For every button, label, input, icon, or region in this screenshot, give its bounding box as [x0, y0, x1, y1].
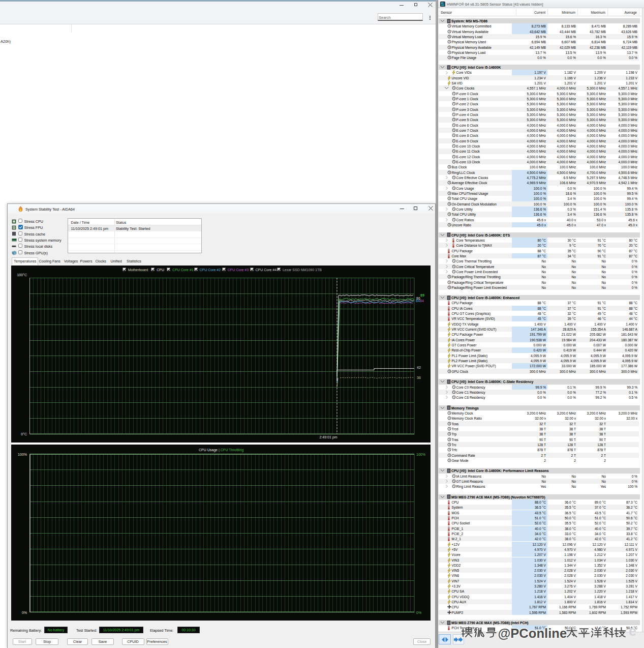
- svg-text:84: 84: [420, 299, 424, 303]
- svg-text:89: 89: [420, 293, 424, 297]
- svg-text:0°C: 0°C: [21, 432, 27, 436]
- svg-text:CPU Usage | CPU Throttling: CPU Usage | CPU Throttling: [199, 448, 244, 452]
- svg-text:100%: 100%: [416, 453, 425, 456]
- svg-text:0%: 0%: [22, 611, 27, 614]
- svg-text:@PConline: @PConline: [498, 626, 567, 641]
- svg-text:84: 84: [416, 299, 420, 303]
- svg-text:36: 36: [417, 376, 421, 379]
- svg-text:100°C: 100°C: [17, 273, 27, 277]
- svg-text:2:49:01 pm: 2:49:01 pm: [319, 435, 337, 439]
- svg-text:100%: 100%: [18, 453, 27, 456]
- svg-text:0%: 0%: [416, 611, 421, 614]
- svg-text:42: 42: [417, 366, 421, 369]
